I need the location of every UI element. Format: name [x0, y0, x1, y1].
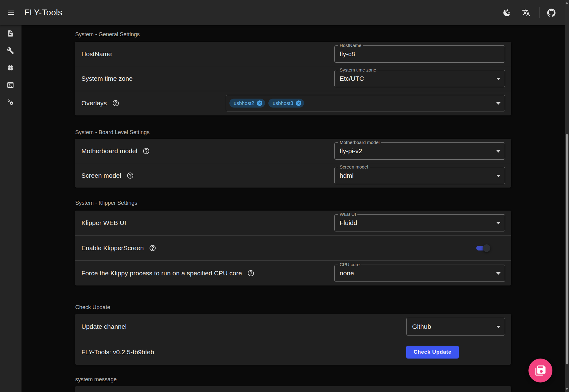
- screen-model-label: Screen model: [81, 172, 121, 179]
- card-system-message: [75, 386, 511, 392]
- timezone-field-label: System time zone: [338, 67, 378, 73]
- chevron-down-icon: [496, 175, 501, 177]
- chip-usbhost3[interactable]: usbhost3: [268, 99, 304, 108]
- webui-field-label: WEB UI: [338, 212, 357, 217]
- github-icon[interactable]: [547, 9, 555, 17]
- overlays-select[interactable]: usbhost2 usbhost3: [226, 95, 505, 111]
- file-search-icon: [7, 30, 15, 38]
- help-icon[interactable]: [127, 172, 134, 179]
- menu-icon[interactable]: [7, 9, 15, 17]
- webui-label: Klipper WEB UI: [81, 219, 126, 227]
- row-motherboard: Motherboard model Motherboard model fly-…: [75, 139, 511, 163]
- motherboard-label: Motherboard model: [81, 147, 137, 155]
- row-hostname: HostName HostName fly-c8: [75, 42, 511, 66]
- webui-select[interactable]: WEB UI Fluidd: [334, 214, 505, 231]
- card-check-update: Update channel Github FLY-Tools: v0.2.5-…: [75, 314, 511, 365]
- scrollbar[interactable]: [565, 0, 569, 392]
- version-text: FLY-Tools: v0.2.5-fb9bfeb: [81, 348, 154, 356]
- console-icon: [7, 81, 15, 90]
- save-fab-button[interactable]: [528, 359, 552, 382]
- chevron-down-icon: [496, 102, 501, 105]
- sidebar-item-settings[interactable]: [0, 94, 21, 111]
- timezone-select[interactable]: System time zone Etc/UTC: [334, 70, 505, 87]
- scroll-up-arrow-icon[interactable]: [566, 2, 568, 4]
- fly-tools-app: FLY-Tools: [0, 0, 569, 392]
- update-channel-select[interactable]: Github: [406, 318, 505, 336]
- chevron-down-icon: [496, 150, 501, 153]
- section-title-klipper: System - Klipper Settings: [75, 200, 137, 206]
- appbar-divider: [540, 7, 540, 18]
- hostname-value: fly-c8: [340, 50, 355, 58]
- sidebar-item-file-search[interactable]: [0, 25, 21, 42]
- overlay-chips: usbhost2 usbhost3: [229, 99, 304, 108]
- row-version: FLY-Tools: v0.2.5-fb9bfeb Check Update: [75, 340, 511, 365]
- screen-model-field-label: Screen model: [338, 164, 370, 170]
- cpu-core-field-label: CPU core: [338, 262, 361, 267]
- sidebar-item-terminal[interactable]: [0, 77, 21, 94]
- hostname-field-label: HostName: [338, 43, 363, 48]
- chevron-down-icon: [496, 326, 501, 328]
- row-update-channel: Update channel Github: [75, 314, 511, 340]
- motherboard-field-label: Motherboard model: [338, 140, 381, 145]
- section-title-update: Check Update: [75, 304, 110, 311]
- sidebar-item-patch[interactable]: [0, 60, 21, 77]
- chip-usbhost2[interactable]: usbhost2: [229, 99, 265, 108]
- card-board-settings: Motherboard model Motherboard model fly-…: [75, 139, 511, 188]
- cpu-core-value: none: [340, 270, 354, 277]
- sidebar-item-tools[interactable]: [0, 42, 21, 60]
- help-icon[interactable]: [149, 244, 156, 252]
- row-screen-model: Screen model Screen model hdmi: [75, 163, 511, 188]
- row-overlays: Overlays usbhost2: [75, 91, 511, 115]
- motherboard-select[interactable]: Motherboard model fly-pi-v2: [334, 142, 505, 160]
- bandage-icon: [7, 64, 15, 72]
- card-general-settings: HostName HostName fly-c8 System time zon…: [75, 42, 511, 115]
- sidebar: [0, 25, 21, 392]
- save-all-icon: [535, 365, 546, 376]
- update-channel-value: Github: [412, 323, 431, 330]
- app-title: FLY-Tools: [24, 8, 62, 17]
- klipperscreen-toggle[interactable]: [476, 246, 489, 250]
- chip-usbhost2-label: usbhost2: [234, 100, 254, 106]
- timezone-label: System time zone: [81, 75, 133, 82]
- app-bar: FLY-Tools: [0, 0, 569, 25]
- cpu-core-label: Force the Klippy process to run on a spe…: [81, 270, 242, 277]
- hostname-label: HostName: [81, 50, 112, 58]
- chevron-down-icon: [496, 272, 501, 275]
- wrench-icon: [7, 47, 15, 55]
- webui-value: Fluidd: [340, 219, 357, 227]
- screen-model-select[interactable]: Screen model hdmi: [334, 167, 505, 184]
- klipperscreen-label: Enable KlipperScreen: [81, 244, 144, 252]
- translate-icon[interactable]: [522, 9, 530, 17]
- close-circle-icon[interactable]: [295, 100, 302, 107]
- row-webui: Klipper WEB UI WEB UI Fluidd: [75, 211, 511, 235]
- motherboard-value: fly-pi-v2: [340, 147, 362, 155]
- card-klipper-settings: Klipper WEB UI WEB UI Fluidd Enable Klip…: [75, 211, 511, 285]
- help-icon[interactable]: [247, 270, 255, 277]
- chevron-down-icon: [496, 78, 501, 80]
- update-channel-label: Update channel: [81, 323, 127, 330]
- scroll-down-arrow-icon[interactable]: [566, 388, 568, 390]
- overlays-label: Overlays: [81, 99, 107, 107]
- chevron-down-icon: [496, 222, 501, 224]
- section-title-system-message: system message: [75, 376, 117, 383]
- screen-model-value: hdmi: [340, 172, 354, 179]
- main-content: System - General Settings HostName HostN…: [21, 25, 565, 392]
- cpu-core-select[interactable]: CPU core none: [334, 265, 505, 282]
- row-timezone: System time zone System time zone Etc/UT…: [75, 66, 511, 91]
- close-circle-icon[interactable]: [256, 100, 263, 107]
- row-klipperscreen: Enable KlipperScreen: [75, 235, 511, 261]
- hostname-input[interactable]: HostName fly-c8: [334, 45, 505, 63]
- timezone-value: Etc/UTC: [340, 75, 364, 82]
- chip-usbhost3-label: usbhost3: [273, 100, 293, 106]
- section-title-general: System - General Settings: [75, 31, 140, 38]
- section-title-board: System - Board Level Settings: [75, 129, 150, 136]
- row-cpu-core: Force the Klippy process to run on a spe…: [75, 260, 511, 285]
- cogs-icon: [7, 99, 15, 107]
- scrollbar-thumb[interactable]: [566, 134, 568, 364]
- check-update-button[interactable]: Check Update: [406, 346, 459, 359]
- help-icon[interactable]: [142, 147, 150, 155]
- dark-mode-icon[interactable]: [503, 9, 511, 17]
- help-icon[interactable]: [112, 99, 119, 107]
- toggle-thumb: [483, 244, 490, 252]
